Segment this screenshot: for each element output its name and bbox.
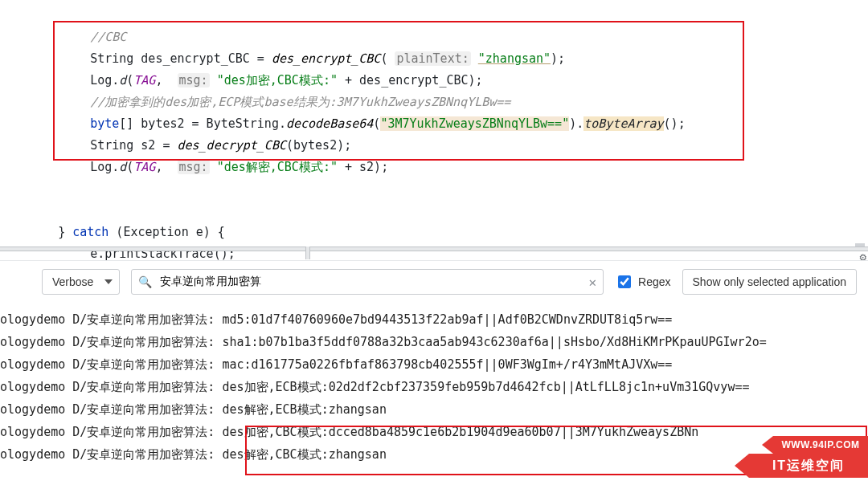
log-msg: des解密,ECB模式:zhangsan [222,402,387,417]
log-prefix: ologydemo D/安卓逆向常用加密算法: [0,312,222,327]
log-search-input[interactable] [158,275,582,289]
param-hint: plainText: [395,51,470,66]
chevron-down-icon [104,279,113,284]
code-line: } catch (Exception e) { [29,200,868,222]
code-text: ); [551,51,565,66]
fn-name: decodeBase64 [286,116,373,131]
log-level-combo[interactable]: Verbose [42,269,120,295]
string-literal: "des解密,CBC模式:" [217,160,338,174]
method-name: toByteArray [583,116,663,131]
string-literal: "zhangsan" [478,51,551,66]
code-text: String des_encrypt_CBC = [90,51,272,66]
log-prefix: ologydemo D/安卓逆向常用加密算法: [0,447,222,462]
comma: , [155,160,177,174]
fn-name: des_encrypt_CBC [272,51,380,66]
paren: ( [126,160,133,174]
log-msg: md5:01d7f40760960e7bd9443513f22ab9af||Ad… [222,312,672,327]
log-msg: sha1:b07b1ba3f5ddf0788a32b3caa5ab943c623… [222,335,766,349]
log-prefix: ologydemo D/安卓逆向常用加密算法: [0,425,222,439]
log-line: ologydemo D/安卓逆向常用加密算法: md5:01d7f4076096… [0,308,868,331]
code-line: String des_encrypt_CBC = des_encrypt_CBC… [29,26,868,48]
log-output[interactable]: ologydemo D/安卓逆向常用加密算法: md5:01d7f4076096… [0,304,868,466]
comment-text: //加密拿到的des加密,ECP模式base结果为:3M7YukhZweaysZ… [90,95,510,109]
paren: ). [569,116,583,131]
code-text: + des_encrypt_CBC); [338,73,483,88]
tag-ref: TAG [133,160,155,174]
vertical-splitter[interactable] [305,247,310,259]
log-line: ologydemo D/安卓逆向常用加密算法: des解密,ECB模式:zhan… [0,398,868,421]
tag-ref: TAG [133,73,155,88]
keyword: byte [90,116,119,131]
code-text: (bytes2); [286,138,351,153]
log-prefix: ologydemo D/安卓逆向常用加密算法: [0,335,222,349]
watermark-url: WWW.94IP.COM [773,436,868,454]
log-msg: mac:d161775a0226fbfaf863798cb402555f||0W… [222,357,672,372]
regex-label: Regex [638,275,670,288]
log-line: ologydemo D/安卓逆向常用加密算法: mac:d161775a0226… [0,353,868,376]
fn-name: des_decrypt_CBC [178,138,286,153]
log-line: ologydemo D/安卓逆向常用加密算法: des加密,ECB模式:02d2… [0,376,868,398]
log-prefix: ologydemo D/安卓逆向常用加密算法: [0,402,222,417]
log-msg: des加密,ECB模式:02d2df2cbf237359feb959b7d464… [222,380,749,394]
paren: ( [126,73,133,88]
keyword: catch [72,225,108,239]
regex-toggle[interactable]: Regex [615,273,670,291]
code-editor[interactable]: //CBC String des_encrypt_CBC = des_encry… [0,0,868,247]
comment-text: //CBC [90,30,126,44]
log-msg: des加密,CBC模式:dcced8ba4859c1e6b2b1904d9ea6… [222,425,698,439]
paren: ( [380,51,395,66]
brace: } [58,225,72,239]
code-text: + s2); [338,160,388,174]
param-hint: msg: [178,73,210,88]
log-level-label: Verbose [52,275,93,288]
log-line: ologydemo D/安卓逆向常用加密算法: sha1:b07b1ba3f5d… [0,331,868,353]
log-prefix: ologydemo D/安卓逆向常用加密算法: [0,380,222,394]
logcat-toolbar: Verbose 🔍 ✕ Regex Show only selected app… [0,260,868,304]
app-filter-label: Show only selected application [693,275,846,288]
regex-checkbox[interactable] [618,275,631,288]
method-name: d [119,73,126,88]
code-text: [] bytes2 = ByteString. [119,116,286,131]
code-text: String s2 = [90,138,177,153]
method-name: d [119,160,126,174]
log-search-box[interactable]: 🔍 ✕ [131,269,604,295]
clear-icon[interactable]: ✕ [588,275,596,290]
code-line: //CBC [29,0,868,26]
splitter-handle[interactable] [855,243,865,247]
code-line [29,178,868,200]
horizontal-splitter[interactable] [0,247,868,251]
watermark-title: IT运维空间 [749,454,868,478]
comma: , [155,73,177,88]
log-msg: des解密,CBC模式:zhangsan [222,447,387,462]
code-text: (); [664,116,686,131]
search-icon: 🔍 [138,275,152,288]
code-text: Log. [90,160,119,174]
log-prefix: ologydemo D/安卓逆向常用加密算法: [0,357,222,372]
log-line: ologydemo D/安卓逆向常用加密算法: des加密,CBC模式:dcce… [0,421,868,443]
code-text: (Exception e) { [108,225,225,239]
param-hint: msg: [178,160,210,174]
code-text: Log. [90,73,119,88]
string-literal: "des加密,CBC模式:" [217,73,338,88]
app-filter-combo[interactable]: Show only selected application [682,269,857,295]
string-literal: "3M7YukhZweaysZBNnqYLBw==" [380,116,569,131]
